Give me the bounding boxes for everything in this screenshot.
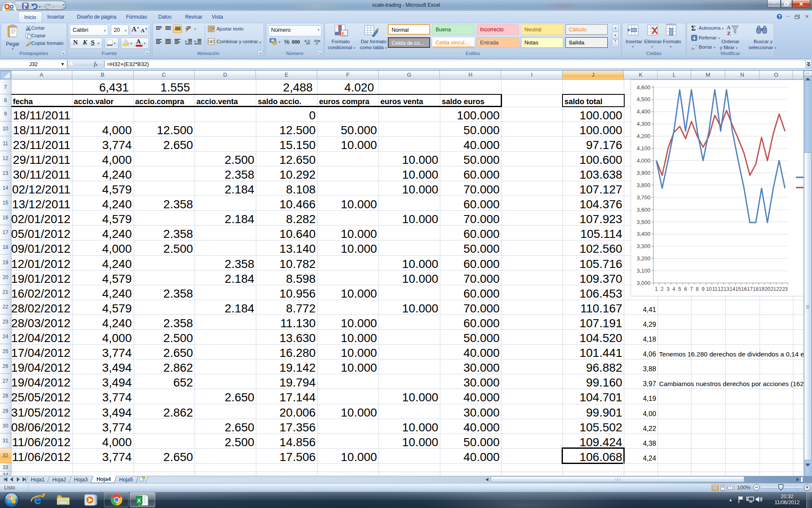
svg-text:3,100: 3,100 — [636, 268, 650, 274]
svg-text:,0: ,0 — [315, 41, 318, 45]
svg-text:12: 12 — [718, 286, 724, 292]
svg-text:?: ? — [778, 14, 781, 19]
svg-text:X: X — [137, 497, 141, 504]
svg-text:17: 17 — [747, 286, 753, 292]
svg-text:a: a — [211, 39, 212, 44]
svg-text:4: 4 — [672, 286, 675, 292]
svg-text:7: 7 — [690, 286, 693, 292]
svg-text:10: 10 — [706, 286, 712, 292]
svg-text:9: 9 — [702, 286, 705, 292]
svg-text:1: 1 — [655, 286, 658, 292]
svg-text:6: 6 — [684, 286, 687, 292]
svg-text:3,900: 3,900 — [636, 170, 650, 176]
svg-text:3: 3 — [667, 286, 669, 292]
svg-text:5: 5 — [678, 286, 681, 292]
svg-text:18: 18 — [753, 286, 759, 292]
svg-text:21: 21 — [771, 286, 776, 292]
svg-text:4,200: 4,200 — [636, 133, 650, 139]
svg-text:16: 16 — [741, 286, 747, 292]
svg-text:4,100: 4,100 — [636, 145, 650, 152]
svg-text:22: 22 — [776, 286, 782, 292]
svg-text:ab: ab — [185, 25, 190, 31]
svg-text:23: 23 — [782, 286, 788, 292]
svg-text:,00: ,00 — [305, 41, 310, 45]
svg-text:8: 8 — [696, 286, 699, 292]
svg-text:3,500: 3,500 — [636, 219, 650, 225]
svg-text:4,300: 4,300 — [636, 121, 650, 127]
svg-text:4,400: 4,400 — [636, 108, 650, 115]
svg-text:3,700: 3,700 — [636, 194, 650, 201]
svg-text:11: 11 — [712, 286, 718, 292]
svg-text:4,600: 4,600 — [636, 84, 650, 91]
svg-text:3,600: 3,600 — [636, 207, 650, 213]
svg-text:2: 2 — [661, 286, 664, 292]
svg-text:20: 20 — [765, 286, 771, 292]
svg-text:e: e — [34, 492, 41, 507]
svg-text:19: 19 — [759, 286, 765, 292]
svg-text:≤: ≤ — [342, 31, 344, 36]
svg-text:4,000: 4,000 — [636, 157, 650, 164]
svg-text:3,800: 3,800 — [636, 182, 650, 188]
svg-text:3,200: 3,200 — [636, 255, 650, 262]
svg-text:3,400: 3,400 — [636, 231, 650, 237]
svg-text:13: 13 — [724, 286, 730, 292]
svg-text:3,300: 3,300 — [636, 243, 650, 249]
svg-text:3,000: 3,000 — [636, 280, 650, 286]
svg-text:4,500: 4,500 — [636, 96, 650, 102]
svg-text:15: 15 — [735, 286, 741, 292]
svg-text:14: 14 — [730, 286, 735, 292]
